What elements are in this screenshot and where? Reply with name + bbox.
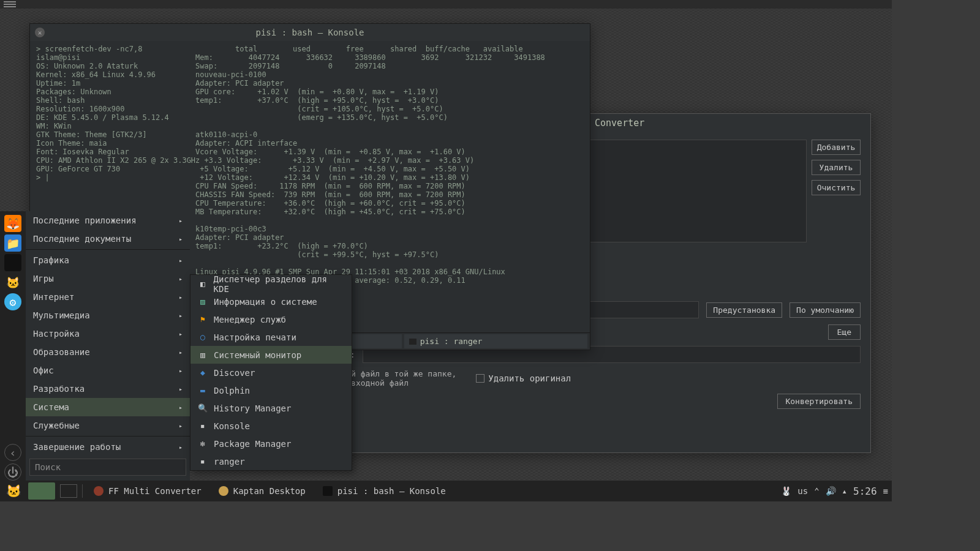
tray-anim-icon[interactable]: 🐰 [781,486,791,496]
submenu-package[interactable]: ❇Package Manager [190,435,352,452]
terminal-icon: ▪ [198,457,208,467]
discover-icon: ◆ [198,368,208,378]
terminal-icon: ▪ [198,421,208,431]
submenu-sysinfo[interactable]: ▨Информация о системе [190,293,352,310]
menu-icon[interactable]: ≡ [883,486,888,496]
package-icon: ❇ [198,439,208,449]
task-kaptan[interactable]: Kaptan Desktop [213,482,312,500]
submenu-ranger[interactable]: ▪ranger [190,452,352,470]
more-button[interactable]: Еще [828,324,861,340]
terminal-icon [323,486,333,496]
task-green[interactable] [28,482,55,500]
close-icon[interactable]: ✕ [35,28,45,37]
convert-button[interactable]: Конвертировать [777,394,861,409]
window-title: pisi : bash — Konsole [255,28,364,37]
info-icon: ▨ [198,297,208,307]
menu-education[interactable]: Образование▸ [26,343,190,361]
firefox-icon[interactable]: 🦊 [4,215,21,232]
disk-icon: ◧ [198,279,208,289]
start-icon[interactable]: 🐱 [4,482,23,500]
clock[interactable]: 5:26 [853,485,877,497]
app-icon[interactable]: 🐱 [4,274,21,291]
task-konsole[interactable]: pisi : bash — Konsole [317,482,452,500]
search-icon: 🔍 [198,403,208,413]
volume-icon[interactable]: 🔊 [826,486,836,496]
power-icon[interactable]: ⏻ [4,463,21,481]
submenu-services[interactable]: ⚑Менеджер служб [190,310,352,328]
folder-icon: ▬ [198,386,208,395]
files-icon[interactable]: 📁 [4,234,21,252]
back-icon[interactable]: ‹ [4,444,21,461]
default-button[interactable]: По умолчанию [790,302,861,318]
kaptan-icon [219,486,228,496]
remove-button[interactable]: Удалить [812,160,861,175]
submenu-history[interactable]: 🔍History Manager [190,399,352,417]
submenu-konsole[interactable]: ▪Konsole [190,417,352,435]
menu-logoff[interactable]: Завершение работы▸ [26,438,190,456]
menu-settings[interactable]: Настройка▸ [26,324,190,343]
preset-button[interactable]: Предустановка [706,302,782,318]
launcher-panel: 🦊 📁 🐱 ⚙ ‹ ⏻ [0,211,26,481]
konsole-tab-3[interactable]: pisi : ranger [404,334,587,348]
converter-icon [94,486,104,496]
menu-multimedia[interactable]: Мультимедиа▸ [26,306,190,324]
menu-recent-docs[interactable]: Последние документы▸ [26,230,190,248]
task-converter[interactable]: FF Multi Converter [88,482,208,500]
menu-system[interactable]: Система▸ [26,398,190,416]
clear-button[interactable]: Очистить [812,180,861,195]
keyboard-layout[interactable]: us [797,486,808,496]
system-submenu: ◧Диспетчер разделов для KDE ▨Информация … [190,274,352,471]
menu-development[interactable]: Разработка▸ [26,380,190,398]
terminal-icon [409,339,417,345]
add-button[interactable]: Добавить [812,140,861,155]
search-input[interactable]: Поиск [29,459,186,476]
submenu-partition[interactable]: ◧Диспетчер разделов для KDE [190,275,352,293]
menu-recent-apps[interactable]: Последние приложения▸ [26,211,190,230]
menu-office[interactable]: Офис▸ [26,361,190,380]
terminal-icon[interactable] [4,254,21,271]
app-menu: Последние приложения▸ Последние документ… [26,211,190,481]
show-desktop-icon[interactable] [60,484,77,498]
system-tray: 🐰 us ⌃ 🔊 ▴ 5:26 ≡ [781,485,888,497]
submenu-sysmon[interactable]: ▥Системный монитор [190,346,352,364]
network-icon[interactable]: ⌃ [814,486,819,496]
flag-icon: ⚑ [198,315,208,324]
settings-icon[interactable]: ⚙ [4,293,21,310]
menu-utilities[interactable]: Служебные▸ [26,416,190,435]
submenu-print[interactable]: ◯Настройка печати [190,328,352,346]
delete-original-check[interactable]: Удалить оригинал [476,373,571,383]
taskbar: 🐱 FF Multi Converter Kaptan Desktop pisi… [0,481,892,501]
konsole-titlebar[interactable]: ✕ pisi : bash — Konsole [30,24,590,41]
menu-internet[interactable]: Интернет▸ [26,288,190,306]
hamburger-icon[interactable] [4,1,16,8]
menu-graphics[interactable]: Графика▸ [26,251,190,269]
tray-expand-icon[interactable]: ▴ [842,486,847,496]
menu-games[interactable]: Игры▸ [26,269,190,288]
submenu-discover[interactable]: ◆Discover [190,364,352,381]
submenu-dolphin[interactable]: ▬Dolphin [190,381,352,399]
print-icon: ◯ [198,332,208,342]
monitor-icon: ▥ [198,350,208,360]
top-bar [0,0,892,9]
